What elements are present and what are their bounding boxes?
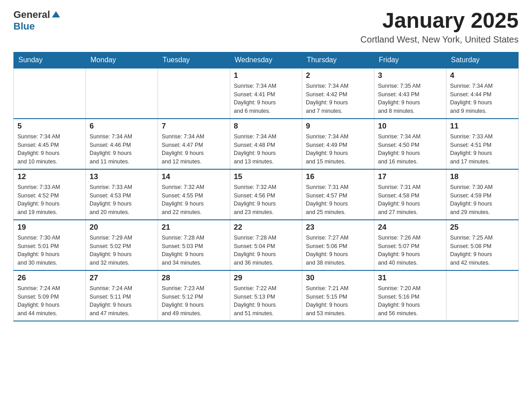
day-number: 11	[450, 122, 515, 131]
day-number: 14	[162, 172, 226, 181]
day-number: 8	[234, 122, 298, 131]
day-number: 7	[162, 122, 226, 131]
col-tuesday: Tuesday	[158, 52, 230, 68]
calendar-cell: 26Sunrise: 7:24 AMSunset: 5:09 PMDayligh…	[14, 270, 86, 321]
day-info: Sunrise: 7:34 AMSunset: 4:50 PMDaylight:…	[378, 133, 442, 166]
title-section: January 2025 Cortland West, New York, Un…	[360, 9, 519, 45]
day-info: Sunrise: 7:32 AMSunset: 4:55 PMDaylight:…	[162, 183, 226, 217]
day-number: 20	[90, 223, 154, 232]
calendar-cell: 11Sunrise: 7:33 AMSunset: 4:51 PMDayligh…	[446, 119, 519, 169]
day-number: 21	[162, 223, 226, 232]
col-wednesday: Wednesday	[230, 52, 302, 68]
calendar-cell: 5Sunrise: 7:34 AMSunset: 4:45 PMDaylight…	[14, 119, 86, 169]
day-info: Sunrise: 7:32 AMSunset: 4:56 PMDaylight:…	[234, 183, 298, 217]
day-number: 30	[306, 274, 370, 283]
day-info: Sunrise: 7:28 AMSunset: 5:03 PMDaylight:…	[162, 234, 226, 267]
logo-general-text: General	[13, 9, 50, 21]
day-info: Sunrise: 7:33 AMSunset: 4:53 PMDaylight:…	[90, 183, 154, 217]
calendar-week-row: 5Sunrise: 7:34 AMSunset: 4:45 PMDaylight…	[14, 119, 519, 169]
day-info: Sunrise: 7:27 AMSunset: 5:06 PMDaylight:…	[306, 234, 370, 267]
day-info: Sunrise: 7:24 AMSunset: 5:09 PMDaylight:…	[17, 284, 82, 318]
day-info: Sunrise: 7:34 AMSunset: 4:48 PMDaylight:…	[234, 133, 298, 166]
day-number: 24	[378, 223, 442, 232]
day-number: 31	[378, 274, 442, 283]
calendar-cell: 20Sunrise: 7:29 AMSunset: 5:02 PMDayligh…	[86, 220, 158, 270]
calendar-cell: 1Sunrise: 7:34 AMSunset: 4:41 PMDaylight…	[230, 68, 302, 119]
calendar-cell: 18Sunrise: 7:30 AMSunset: 4:59 PMDayligh…	[446, 169, 519, 220]
calendar-cell: 8Sunrise: 7:34 AMSunset: 4:48 PMDaylight…	[230, 119, 302, 169]
day-number: 17	[378, 172, 442, 181]
calendar-cell: 13Sunrise: 7:33 AMSunset: 4:53 PMDayligh…	[86, 169, 158, 220]
day-info: Sunrise: 7:34 AMSunset: 4:45 PMDaylight:…	[17, 133, 82, 166]
calendar-cell	[446, 270, 519, 321]
day-info: Sunrise: 7:33 AMSunset: 4:51 PMDaylight:…	[450, 133, 515, 166]
day-number: 10	[378, 122, 442, 131]
calendar-cell: 22Sunrise: 7:28 AMSunset: 5:04 PMDayligh…	[230, 220, 302, 270]
col-friday: Friday	[374, 52, 446, 68]
day-info: Sunrise: 7:23 AMSunset: 5:12 PMDaylight:…	[162, 284, 226, 318]
day-info: Sunrise: 7:30 AMSunset: 5:01 PMDaylight:…	[17, 234, 82, 267]
page-header: General Blue January 2025 Cortland West,…	[13, 9, 519, 45]
month-title: January 2025	[360, 9, 519, 33]
day-info: Sunrise: 7:21 AMSunset: 5:15 PMDaylight:…	[306, 284, 370, 318]
day-info: Sunrise: 7:29 AMSunset: 5:02 PMDaylight:…	[90, 234, 154, 267]
day-info: Sunrise: 7:31 AMSunset: 4:57 PMDaylight:…	[306, 183, 370, 217]
day-number: 6	[90, 122, 154, 131]
logo: General Blue	[13, 9, 61, 32]
calendar-cell: 27Sunrise: 7:24 AMSunset: 5:11 PMDayligh…	[86, 270, 158, 321]
calendar-week-row: 12Sunrise: 7:33 AMSunset: 4:52 PMDayligh…	[14, 169, 519, 220]
day-info: Sunrise: 7:34 AMSunset: 4:44 PMDaylight:…	[450, 82, 515, 116]
calendar-week-row: 19Sunrise: 7:30 AMSunset: 5:01 PMDayligh…	[14, 220, 519, 270]
day-info: Sunrise: 7:35 AMSunset: 4:43 PMDaylight:…	[378, 82, 442, 116]
day-number: 13	[90, 172, 154, 181]
calendar-cell: 9Sunrise: 7:34 AMSunset: 4:49 PMDaylight…	[302, 119, 374, 169]
calendar-cell: 19Sunrise: 7:30 AMSunset: 5:01 PMDayligh…	[14, 220, 86, 270]
calendar-cell: 2Sunrise: 7:34 AMSunset: 4:42 PMDaylight…	[302, 68, 374, 119]
calendar-cell	[158, 68, 230, 119]
day-number: 23	[306, 223, 370, 232]
calendar-cell	[86, 68, 158, 119]
col-thursday: Thursday	[302, 52, 374, 68]
day-info: Sunrise: 7:34 AMSunset: 4:49 PMDaylight:…	[306, 133, 370, 166]
day-number: 27	[90, 274, 154, 283]
day-number: 2	[306, 71, 370, 80]
day-number: 15	[234, 172, 298, 181]
calendar-cell: 31Sunrise: 7:20 AMSunset: 5:16 PMDayligh…	[374, 270, 446, 321]
day-number: 25	[450, 223, 515, 232]
day-info: Sunrise: 7:22 AMSunset: 5:13 PMDaylight:…	[234, 284, 298, 318]
day-info: Sunrise: 7:34 AMSunset: 4:41 PMDaylight:…	[234, 82, 298, 116]
day-number: 5	[17, 122, 82, 131]
day-info: Sunrise: 7:34 AMSunset: 4:46 PMDaylight:…	[90, 133, 154, 166]
calendar-cell: 4Sunrise: 7:34 AMSunset: 4:44 PMDaylight…	[446, 68, 519, 119]
day-info: Sunrise: 7:24 AMSunset: 5:11 PMDaylight:…	[90, 284, 154, 318]
calendar-table: Sunday Monday Tuesday Wednesday Thursday…	[13, 52, 519, 321]
day-number: 28	[162, 274, 226, 283]
day-info: Sunrise: 7:34 AMSunset: 4:47 PMDaylight:…	[162, 133, 226, 166]
calendar-cell: 25Sunrise: 7:25 AMSunset: 5:08 PMDayligh…	[446, 220, 519, 270]
col-saturday: Saturday	[446, 52, 519, 68]
day-number: 4	[450, 71, 515, 80]
day-number: 9	[306, 122, 370, 131]
logo-triangle-icon	[51, 9, 61, 19]
day-number: 22	[234, 223, 298, 232]
calendar-cell: 28Sunrise: 7:23 AMSunset: 5:12 PMDayligh…	[158, 270, 230, 321]
calendar-cell: 10Sunrise: 7:34 AMSunset: 4:50 PMDayligh…	[374, 119, 446, 169]
day-number: 12	[17, 172, 82, 181]
calendar-cell: 17Sunrise: 7:31 AMSunset: 4:58 PMDayligh…	[374, 169, 446, 220]
day-info: Sunrise: 7:34 AMSunset: 4:42 PMDaylight:…	[306, 82, 370, 116]
col-monday: Monday	[86, 52, 158, 68]
day-info: Sunrise: 7:20 AMSunset: 5:16 PMDaylight:…	[378, 284, 442, 318]
day-number: 29	[234, 274, 298, 283]
day-number: 1	[234, 71, 298, 80]
calendar-cell: 7Sunrise: 7:34 AMSunset: 4:47 PMDaylight…	[158, 119, 230, 169]
calendar-header-row: Sunday Monday Tuesday Wednesday Thursday…	[14, 52, 519, 68]
calendar-cell: 23Sunrise: 7:27 AMSunset: 5:06 PMDayligh…	[302, 220, 374, 270]
day-info: Sunrise: 7:28 AMSunset: 5:04 PMDaylight:…	[234, 234, 298, 267]
day-number: 26	[17, 274, 82, 283]
day-number: 19	[17, 223, 82, 232]
calendar-cell: 29Sunrise: 7:22 AMSunset: 5:13 PMDayligh…	[230, 270, 302, 321]
day-number: 3	[378, 71, 442, 80]
day-number: 18	[450, 172, 515, 181]
calendar-cell: 3Sunrise: 7:35 AMSunset: 4:43 PMDaylight…	[374, 68, 446, 119]
calendar-cell: 15Sunrise: 7:32 AMSunset: 4:56 PMDayligh…	[230, 169, 302, 220]
